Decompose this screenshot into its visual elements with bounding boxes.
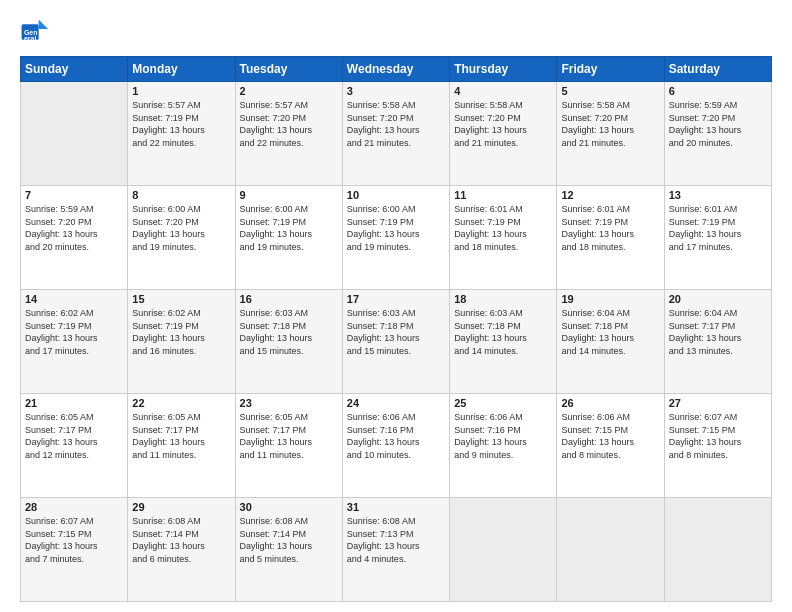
calendar-cell: 1Sunrise: 5:57 AM Sunset: 7:19 PM Daylig… xyxy=(128,82,235,186)
day-number: 22 xyxy=(132,397,230,409)
cell-info: Sunrise: 6:01 AM Sunset: 7:19 PM Dayligh… xyxy=(454,203,552,253)
calendar-cell: 5Sunrise: 5:58 AM Sunset: 7:20 PM Daylig… xyxy=(557,82,664,186)
cell-info: Sunrise: 6:06 AM Sunset: 7:15 PM Dayligh… xyxy=(561,411,659,461)
col-header-monday: Monday xyxy=(128,57,235,82)
cell-info: Sunrise: 6:03 AM Sunset: 7:18 PM Dayligh… xyxy=(240,307,338,357)
day-number: 2 xyxy=(240,85,338,97)
cell-info: Sunrise: 6:08 AM Sunset: 7:13 PM Dayligh… xyxy=(347,515,445,565)
day-number: 3 xyxy=(347,85,445,97)
calendar-cell: 3Sunrise: 5:58 AM Sunset: 7:20 PM Daylig… xyxy=(342,82,449,186)
calendar-cell: 10Sunrise: 6:00 AM Sunset: 7:19 PM Dayli… xyxy=(342,186,449,290)
logo-icon: Gen eral xyxy=(20,18,48,46)
cell-info: Sunrise: 6:04 AM Sunset: 7:18 PM Dayligh… xyxy=(561,307,659,357)
day-number: 17 xyxy=(347,293,445,305)
svg-text:eral: eral xyxy=(24,35,37,42)
day-number: 13 xyxy=(669,189,767,201)
day-number: 5 xyxy=(561,85,659,97)
cell-info: Sunrise: 6:00 AM Sunset: 7:19 PM Dayligh… xyxy=(347,203,445,253)
calendar-cell: 8Sunrise: 6:00 AM Sunset: 7:20 PM Daylig… xyxy=(128,186,235,290)
cell-info: Sunrise: 6:05 AM Sunset: 7:17 PM Dayligh… xyxy=(240,411,338,461)
day-number: 18 xyxy=(454,293,552,305)
day-number: 16 xyxy=(240,293,338,305)
cell-info: Sunrise: 6:03 AM Sunset: 7:18 PM Dayligh… xyxy=(454,307,552,357)
calendar-cell xyxy=(450,498,557,602)
svg-marker-1 xyxy=(39,20,48,29)
calendar-page: Gen eral SundayMondayTuesdayWednesdayThu… xyxy=(0,0,792,612)
day-number: 31 xyxy=(347,501,445,513)
cell-info: Sunrise: 5:59 AM Sunset: 7:20 PM Dayligh… xyxy=(25,203,123,253)
calendar-cell: 18Sunrise: 6:03 AM Sunset: 7:18 PM Dayli… xyxy=(450,290,557,394)
calendar-cell: 29Sunrise: 6:08 AM Sunset: 7:14 PM Dayli… xyxy=(128,498,235,602)
calendar-cell xyxy=(21,82,128,186)
calendar-cell: 22Sunrise: 6:05 AM Sunset: 7:17 PM Dayli… xyxy=(128,394,235,498)
calendar-cell: 21Sunrise: 6:05 AM Sunset: 7:17 PM Dayli… xyxy=(21,394,128,498)
day-number: 29 xyxy=(132,501,230,513)
calendar-cell: 16Sunrise: 6:03 AM Sunset: 7:18 PM Dayli… xyxy=(235,290,342,394)
day-number: 11 xyxy=(454,189,552,201)
calendar-cell xyxy=(664,498,771,602)
col-header-thursday: Thursday xyxy=(450,57,557,82)
day-number: 1 xyxy=(132,85,230,97)
cell-info: Sunrise: 6:06 AM Sunset: 7:16 PM Dayligh… xyxy=(454,411,552,461)
day-number: 19 xyxy=(561,293,659,305)
calendar-cell: 11Sunrise: 6:01 AM Sunset: 7:19 PM Dayli… xyxy=(450,186,557,290)
calendar-cell: 20Sunrise: 6:04 AM Sunset: 7:17 PM Dayli… xyxy=(664,290,771,394)
calendar-cell: 2Sunrise: 5:57 AM Sunset: 7:20 PM Daylig… xyxy=(235,82,342,186)
cell-info: Sunrise: 6:02 AM Sunset: 7:19 PM Dayligh… xyxy=(132,307,230,357)
calendar-header-row: SundayMondayTuesdayWednesdayThursdayFrid… xyxy=(21,57,772,82)
col-header-tuesday: Tuesday xyxy=(235,57,342,82)
calendar-cell: 31Sunrise: 6:08 AM Sunset: 7:13 PM Dayli… xyxy=(342,498,449,602)
calendar-cell: 27Sunrise: 6:07 AM Sunset: 7:15 PM Dayli… xyxy=(664,394,771,498)
calendar-cell: 30Sunrise: 6:08 AM Sunset: 7:14 PM Dayli… xyxy=(235,498,342,602)
day-number: 10 xyxy=(347,189,445,201)
calendar-cell: 7Sunrise: 5:59 AM Sunset: 7:20 PM Daylig… xyxy=(21,186,128,290)
day-number: 30 xyxy=(240,501,338,513)
col-header-saturday: Saturday xyxy=(664,57,771,82)
day-number: 4 xyxy=(454,85,552,97)
day-number: 12 xyxy=(561,189,659,201)
calendar-week-row: 28Sunrise: 6:07 AM Sunset: 7:15 PM Dayli… xyxy=(21,498,772,602)
cell-info: Sunrise: 5:57 AM Sunset: 7:20 PM Dayligh… xyxy=(240,99,338,149)
cell-info: Sunrise: 6:01 AM Sunset: 7:19 PM Dayligh… xyxy=(561,203,659,253)
calendar-week-row: 1Sunrise: 5:57 AM Sunset: 7:19 PM Daylig… xyxy=(21,82,772,186)
day-number: 6 xyxy=(669,85,767,97)
calendar-cell: 14Sunrise: 6:02 AM Sunset: 7:19 PM Dayli… xyxy=(21,290,128,394)
cell-info: Sunrise: 6:00 AM Sunset: 7:20 PM Dayligh… xyxy=(132,203,230,253)
cell-info: Sunrise: 6:07 AM Sunset: 7:15 PM Dayligh… xyxy=(25,515,123,565)
calendar-table: SundayMondayTuesdayWednesdayThursdayFrid… xyxy=(20,56,772,602)
cell-info: Sunrise: 6:07 AM Sunset: 7:15 PM Dayligh… xyxy=(669,411,767,461)
cell-info: Sunrise: 5:58 AM Sunset: 7:20 PM Dayligh… xyxy=(347,99,445,149)
cell-info: Sunrise: 6:03 AM Sunset: 7:18 PM Dayligh… xyxy=(347,307,445,357)
calendar-cell: 12Sunrise: 6:01 AM Sunset: 7:19 PM Dayli… xyxy=(557,186,664,290)
cell-info: Sunrise: 6:02 AM Sunset: 7:19 PM Dayligh… xyxy=(25,307,123,357)
col-header-friday: Friday xyxy=(557,57,664,82)
calendar-cell: 28Sunrise: 6:07 AM Sunset: 7:15 PM Dayli… xyxy=(21,498,128,602)
calendar-cell: 15Sunrise: 6:02 AM Sunset: 7:19 PM Dayli… xyxy=(128,290,235,394)
cell-info: Sunrise: 5:59 AM Sunset: 7:20 PM Dayligh… xyxy=(669,99,767,149)
day-number: 25 xyxy=(454,397,552,409)
cell-info: Sunrise: 6:06 AM Sunset: 7:16 PM Dayligh… xyxy=(347,411,445,461)
calendar-cell: 26Sunrise: 6:06 AM Sunset: 7:15 PM Dayli… xyxy=(557,394,664,498)
calendar-week-row: 7Sunrise: 5:59 AM Sunset: 7:20 PM Daylig… xyxy=(21,186,772,290)
calendar-cell: 4Sunrise: 5:58 AM Sunset: 7:20 PM Daylig… xyxy=(450,82,557,186)
cell-info: Sunrise: 5:57 AM Sunset: 7:19 PM Dayligh… xyxy=(132,99,230,149)
day-number: 23 xyxy=(240,397,338,409)
cell-info: Sunrise: 6:05 AM Sunset: 7:17 PM Dayligh… xyxy=(132,411,230,461)
day-number: 15 xyxy=(132,293,230,305)
calendar-cell: 6Sunrise: 5:59 AM Sunset: 7:20 PM Daylig… xyxy=(664,82,771,186)
day-number: 28 xyxy=(25,501,123,513)
day-number: 8 xyxy=(132,189,230,201)
calendar-cell: 17Sunrise: 6:03 AM Sunset: 7:18 PM Dayli… xyxy=(342,290,449,394)
day-number: 21 xyxy=(25,397,123,409)
calendar-week-row: 14Sunrise: 6:02 AM Sunset: 7:19 PM Dayli… xyxy=(21,290,772,394)
day-number: 14 xyxy=(25,293,123,305)
cell-info: Sunrise: 5:58 AM Sunset: 7:20 PM Dayligh… xyxy=(454,99,552,149)
header: Gen eral xyxy=(20,18,772,46)
col-header-wednesday: Wednesday xyxy=(342,57,449,82)
calendar-cell: 9Sunrise: 6:00 AM Sunset: 7:19 PM Daylig… xyxy=(235,186,342,290)
day-number: 27 xyxy=(669,397,767,409)
cell-info: Sunrise: 6:00 AM Sunset: 7:19 PM Dayligh… xyxy=(240,203,338,253)
calendar-week-row: 21Sunrise: 6:05 AM Sunset: 7:17 PM Dayli… xyxy=(21,394,772,498)
cell-info: Sunrise: 6:08 AM Sunset: 7:14 PM Dayligh… xyxy=(132,515,230,565)
calendar-cell: 24Sunrise: 6:06 AM Sunset: 7:16 PM Dayli… xyxy=(342,394,449,498)
